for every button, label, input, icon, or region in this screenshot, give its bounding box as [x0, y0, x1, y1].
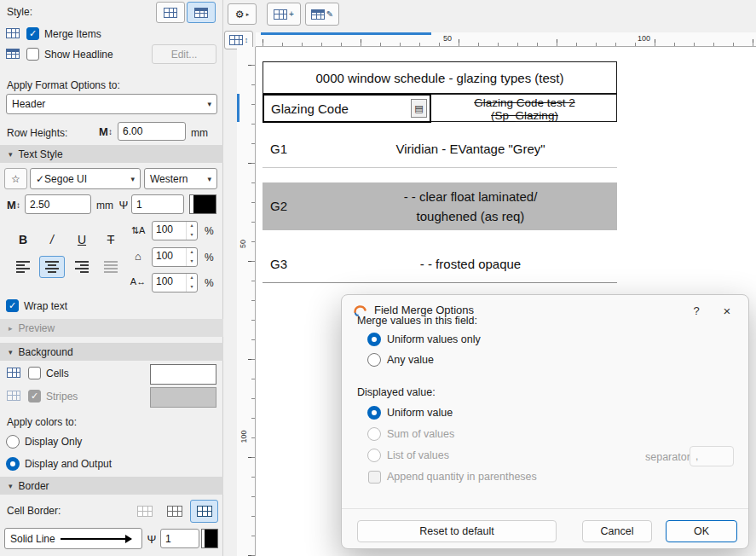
stripes-color-swatch [150, 387, 216, 408]
show-headline-label: Show Headline [44, 49, 113, 61]
add-field-button[interactable]: + [267, 3, 301, 26]
text-style-section[interactable]: ▾ Text Style [0, 145, 223, 163]
row-desc-line1: - - clear float laminated/ [404, 189, 538, 204]
style-grid-header-button[interactable] [187, 2, 216, 23]
section-collapse-icon: ▾ [9, 348, 13, 356]
align-center-button[interactable] [39, 256, 65, 278]
align-justify-button [98, 256, 124, 278]
spin-up-icon[interactable]: ▴ [187, 274, 197, 283]
spin-down-icon[interactable]: ▾ [187, 258, 197, 267]
font-select[interactable]: ✓Segoe UI ▾ [30, 168, 141, 189]
updown-arrow-icon: ↕ [245, 36, 249, 44]
dialog-divider [342, 508, 748, 509]
show-headline-checkbox[interactable] [26, 48, 39, 61]
spacing-factor-icon: A↔ [127, 274, 149, 289]
favorites-button[interactable]: ☆ [4, 168, 27, 189]
width-factor-spinner[interactable]: 100 ▴▾ [152, 247, 198, 267]
edit-scheme-button[interactable]: ✎ [305, 3, 339, 26]
style-grid-button[interactable] [156, 2, 185, 23]
format-target-select[interactable]: Header ▾ [6, 94, 217, 114]
align-left-button[interactable] [10, 256, 36, 278]
line-spacing-icon: ⇅A [127, 223, 149, 238]
display-and-output-label: Display and Output [25, 458, 112, 470]
cells-table-icon [7, 368, 20, 378]
border-pen-input[interactable] [160, 529, 199, 548]
spinner-arrows[interactable]: ▴▾ [186, 274, 197, 292]
row-highlighted[interactable]: G2 - - clear float laminated/ toughened … [263, 182, 617, 230]
border-none-button[interactable] [130, 500, 159, 523]
row-desc[interactable]: - - frosted opaque [324, 257, 617, 271]
script-value: Western [150, 173, 188, 185]
row-desc[interactable]: Viridian - EVantage "Grey" [324, 142, 617, 156]
merge-items-label: Merge Items [44, 28, 101, 40]
row-code[interactable]: G1 [270, 142, 287, 156]
strikethrough-button[interactable]: T [98, 227, 124, 252]
underline-button[interactable]: U [69, 227, 95, 252]
background-section[interactable]: ▾ Background [0, 343, 223, 361]
reset-to-default-button[interactable]: Reset to default [357, 520, 557, 542]
spin-down-icon[interactable]: ▾ [187, 231, 197, 240]
help-button[interactable]: ? [685, 300, 707, 321]
section-expand-icon: ▸ [9, 324, 13, 333]
row-height-input[interactable] [118, 122, 186, 141]
border-pen-color-swatch[interactable] [201, 529, 218, 548]
ruler-row-selection [237, 94, 239, 122]
display-only-radio[interactable] [6, 435, 20, 449]
header-alt-line1: Glazing Code test 2 [474, 96, 575, 109]
spacing-factor-spinner[interactable]: 100 ▴▾ [152, 273, 198, 292]
close-icon[interactable]: × [716, 300, 738, 321]
line-spacing-spinner[interactable]: 100 ▴▾ [152, 221, 198, 240]
uniform-value-label: Uniform value [387, 407, 453, 419]
ruler-column-selection [261, 32, 431, 35]
table-icon [229, 35, 243, 45]
v-ruler-50: 50 [239, 240, 247, 248]
header-alt-cell[interactable]: Glazing Code test 2 (Sp_Glazing) [431, 95, 618, 123]
text-pen-input[interactable] [131, 194, 184, 214]
border-section-label: Border [19, 480, 49, 492]
schedule-editor-window: Style: Merge Items Show Headline Edit...… [0, 0, 756, 556]
uniform-value-radio[interactable] [367, 406, 381, 420]
script-select[interactable]: Western ▾ [144, 168, 217, 189]
row-heights-label: Row Heights: [7, 127, 67, 139]
cells-checkbox[interactable] [28, 367, 41, 379]
cancel-button[interactable]: Cancel [582, 520, 652, 542]
spin-up-icon[interactable]: ▴ [187, 222, 197, 231]
row-code[interactable]: G3 [270, 257, 287, 271]
bold-button[interactable]: B [10, 227, 36, 252]
schedule-header-row[interactable]: Glazing Code test 2 (Sp_Glazing) Glazing… [263, 94, 617, 122]
field-merge-indicator-button[interactable]: ▤ [411, 99, 427, 118]
sum-of-values-label: Sum of values [387, 428, 454, 440]
italic-button[interactable]: / [39, 227, 65, 252]
schedule-title-cell[interactable]: 0000 window schedule - glazing types (te… [263, 61, 617, 94]
border-section[interactable]: ▾ Border [0, 477, 223, 495]
field-merge-options-dialog: Field Merge Options ? × Merge values in … [341, 294, 749, 549]
display-and-output-radio[interactable] [6, 457, 20, 471]
font-size-input[interactable] [25, 194, 91, 214]
spinner-arrows[interactable]: ▴▾ [186, 248, 197, 266]
uniform-values-only-radio[interactable] [367, 333, 381, 346]
font-size-unit: mm [96, 200, 113, 211]
header-cell-text: Glazing Code [271, 101, 349, 116]
border-outline-button[interactable] [160, 500, 188, 523]
spin-down-icon[interactable]: ▾ [187, 283, 197, 292]
chevron-down-icon: ▾ [207, 175, 211, 183]
border-all-button[interactable] [190, 500, 218, 523]
preview-section: ▸ Preview [0, 319, 223, 337]
any-value-radio[interactable] [367, 353, 381, 367]
align-right-button[interactable] [69, 256, 95, 278]
spin-up-icon[interactable]: ▴ [187, 248, 197, 258]
merge-items-checkbox[interactable] [26, 27, 39, 40]
separator-label: separator: [645, 451, 693, 463]
append-quantity-checkbox [368, 471, 381, 484]
ok-button[interactable]: OK [666, 520, 737, 542]
header-cell-selected[interactable]: Glazing Code ▤ [263, 94, 431, 123]
cells-color-swatch[interactable] [150, 364, 216, 385]
spinner-arrows[interactable]: ▴▾ [186, 222, 197, 240]
row-code[interactable]: G2 [270, 199, 287, 213]
text-pen-color-swatch[interactable] [189, 194, 216, 214]
row-desc[interactable]: - - clear float laminated/ toughened (as… [324, 187, 617, 226]
wrap-text-checkbox[interactable] [6, 299, 19, 312]
stripes-grid-icon [4, 388, 23, 403]
scheme-settings-flyout-button[interactable]: ⚙ ▸ [228, 3, 257, 25]
line-type-select[interactable]: Solid Line [4, 528, 142, 549]
